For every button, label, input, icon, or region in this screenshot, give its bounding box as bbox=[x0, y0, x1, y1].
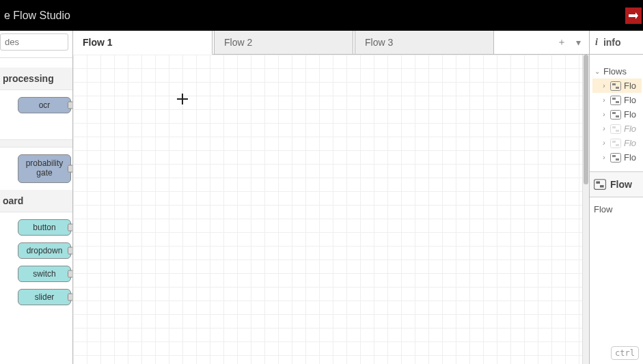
svg-rect-10 bbox=[616, 115, 619, 117]
svg-rect-15 bbox=[612, 141, 616, 143]
tree-item-flow[interactable]: › Flo bbox=[592, 93, 642, 107]
tree-item-label: Flo bbox=[624, 152, 636, 163]
svg-rect-0 bbox=[629, 14, 635, 17]
flow-icon bbox=[610, 81, 621, 91]
scrollbar-thumb[interactable] bbox=[584, 55, 588, 184]
chevron-right-icon: › bbox=[601, 82, 607, 89]
node-palette-sidebar: processing ocr probability gate oard but… bbox=[0, 31, 73, 364]
tab-flow-1[interactable]: Flow 1 bbox=[73, 31, 213, 55]
cursor-crosshair-icon bbox=[176, 92, 189, 106]
tree-group-flows[interactable]: ⌄ Flows bbox=[592, 64, 642, 79]
palette-search-wrap bbox=[0, 31, 72, 58]
svg-rect-13 bbox=[616, 130, 619, 132]
chevron-right-icon: › bbox=[601, 96, 607, 104]
chevron-right-icon: › bbox=[601, 111, 607, 118]
palette-node-slider[interactable]: slider bbox=[18, 289, 71, 305]
palette-node-dropdown[interactable]: dropdown bbox=[18, 242, 71, 259]
tree-item-label: Flo bbox=[624, 124, 636, 134]
palette-node-ocr[interactable]: ocr bbox=[18, 97, 71, 113]
tree-item-label: Flo bbox=[624, 138, 636, 148]
deploy-button[interactable] bbox=[625, 8, 642, 24]
chevron-right-icon: › bbox=[601, 154, 607, 161]
svg-rect-6 bbox=[612, 98, 616, 100]
flow-icon bbox=[594, 179, 606, 190]
tree-item-label: Flo bbox=[624, 109, 636, 120]
palette-search-input[interactable] bbox=[0, 33, 68, 51]
chevron-right-icon: › bbox=[601, 125, 607, 132]
info-section-header: Flow bbox=[590, 171, 643, 197]
tab-flow-2[interactable]: Flow 2 bbox=[214, 31, 353, 54]
add-tab-button[interactable]: ＋ bbox=[557, 36, 566, 48]
kbd-hint: ctrl bbox=[611, 346, 639, 360]
tree-group-label: Flows bbox=[603, 66, 627, 76]
svg-rect-9 bbox=[612, 112, 616, 114]
flow-icon bbox=[610, 110, 621, 120]
svg-rect-4 bbox=[616, 87, 619, 89]
svg-rect-8 bbox=[611, 110, 621, 119]
flow-tree: ⌄ Flows › Flo › Flo › Flo › Flo bbox=[590, 55, 643, 167]
flow-canvas[interactable] bbox=[73, 55, 582, 364]
tree-item-label: Flo bbox=[624, 95, 636, 105]
svg-rect-18 bbox=[612, 155, 616, 157]
tree-item-flow[interactable]: › Flo bbox=[592, 79, 642, 93]
chevron-right-icon: › bbox=[601, 139, 607, 147]
svg-marker-1 bbox=[635, 12, 638, 19]
flow-tabs: Flow 1 Flow 2 Flow 3 ＋ ▾ bbox=[73, 31, 589, 55]
svg-rect-5 bbox=[611, 96, 621, 104]
flow-icon bbox=[610, 139, 621, 148]
svg-rect-20 bbox=[594, 180, 606, 190]
canvas-scrollbar[interactable] bbox=[582, 55, 589, 364]
flow-icon bbox=[610, 153, 621, 163]
svg-rect-14 bbox=[611, 139, 621, 148]
flow-icon bbox=[610, 124, 621, 134]
svg-rect-3 bbox=[612, 83, 616, 85]
svg-rect-22 bbox=[600, 185, 604, 187]
category-processing-header[interactable]: processing bbox=[0, 68, 72, 90]
category-board-header[interactable]: oard bbox=[0, 190, 72, 212]
svg-rect-2 bbox=[611, 81, 621, 90]
svg-rect-17 bbox=[611, 153, 621, 162]
svg-rect-12 bbox=[612, 126, 616, 128]
tree-item-flow[interactable]: › Flo bbox=[592, 122, 642, 136]
palette-node-button[interactable]: button bbox=[18, 219, 71, 236]
tab-flow-3[interactable]: Flow 3 bbox=[355, 31, 494, 54]
info-icon: i bbox=[595, 37, 598, 48]
tree-item-label: Flo bbox=[624, 81, 636, 91]
info-body: Flow bbox=[590, 197, 643, 221]
info-tab-label: info bbox=[603, 37, 621, 48]
svg-rect-11 bbox=[611, 124, 621, 133]
workspace: Flow 1 Flow 2 Flow 3 ＋ ▾ bbox=[73, 31, 590, 364]
chevron-down-icon: ⌄ bbox=[594, 68, 601, 75]
svg-rect-21 bbox=[596, 182, 600, 184]
tree-item-flow[interactable]: › Flo bbox=[592, 136, 642, 150]
info-panel: i info ⌄ Flows › Flo › Flo › Flo bbox=[590, 31, 643, 364]
palette-node-probability-gate[interactable]: probability gate bbox=[18, 154, 71, 183]
palette-node-switch[interactable]: switch bbox=[18, 266, 71, 282]
svg-rect-19 bbox=[616, 158, 619, 160]
info-section-title: Flow bbox=[610, 179, 632, 190]
svg-rect-16 bbox=[616, 144, 619, 146]
info-tab[interactable]: i info bbox=[590, 31, 643, 55]
flow-icon bbox=[610, 96, 621, 105]
tree-item-flow[interactable]: › Flo bbox=[592, 107, 642, 122]
tree-item-flow[interactable]: › Flo bbox=[592, 150, 642, 165]
app-title: e Flow Studio bbox=[4, 10, 70, 22]
tab-menu-caret[interactable]: ▾ bbox=[576, 37, 581, 48]
svg-rect-7 bbox=[616, 101, 619, 103]
top-bar: e Flow Studio bbox=[0, 0, 643, 31]
